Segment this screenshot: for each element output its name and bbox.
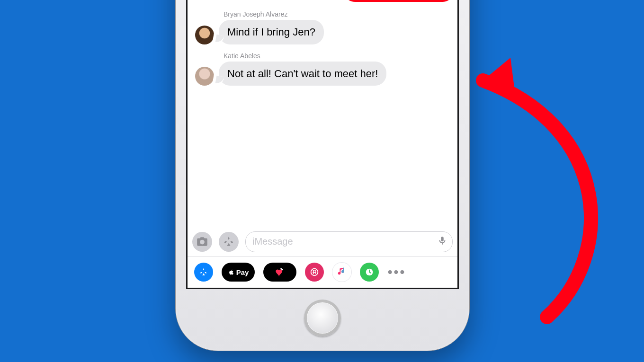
app-store-pill-icon[interactable] — [194, 263, 213, 282]
iphone-device-frame: Paul Cha I'm in! Sounds great. !! I'll b… — [175, 0, 470, 351]
imessage-app-drawer[interactable]: Pay ••• — [188, 256, 457, 288]
apple-pay-label: Pay — [236, 268, 249, 276]
digital-touch-pill-icon[interactable] — [263, 263, 296, 282]
message-input-placeholder: iMessage — [252, 236, 293, 247]
music-note-icon — [337, 266, 347, 278]
app-store-icon[interactable] — [219, 232, 239, 252]
svg-marker-3 — [483, 58, 516, 102]
avatar[interactable] — [195, 67, 214, 86]
messages-screen: Paul Cha I'm in! Sounds great. !! I'll b… — [186, 0, 459, 289]
message-bubble-incoming[interactable]: Not at all! Can't wait to meet her! — [219, 62, 386, 86]
more-apps-button[interactable]: ••• — [387, 263, 406, 282]
message-row: Mind if I bring Jen? — [195, 20, 450, 44]
compose-bar: iMessage — [188, 229, 457, 255]
sender-label: Bryan Joseph Alvarez — [224, 10, 450, 18]
sender-label: Katie Abeles — [224, 52, 450, 60]
message-row: Not at all! Can't wait to meet her! — [195, 62, 450, 86]
apple-pay-pill-icon[interactable]: Pay — [222, 263, 255, 282]
message-bubble-incoming[interactable]: Mind if I bring Jen? — [219, 20, 324, 44]
recents-clock-pill-icon[interactable] — [360, 263, 379, 282]
message-thread[interactable]: Paul Cha I'm in! Sounds great. !! I'll b… — [188, 0, 457, 226]
hashtag-images-pill-icon[interactable] — [305, 263, 324, 282]
svg-point-1 — [311, 269, 318, 276]
stage: Paul Cha I'm in! Sounds great. !! I'll b… — [0, 0, 644, 362]
annotation-highlight-ring — [343, 0, 455, 2]
camera-icon[interactable] — [192, 232, 212, 252]
message-input[interactable]: iMessage — [245, 231, 453, 252]
dictation-mic-icon[interactable] — [437, 235, 447, 248]
avatar[interactable] — [195, 26, 214, 44]
ellipsis-icon: ••• — [388, 265, 406, 280]
apple-music-pill-icon[interactable] — [332, 263, 351, 282]
home-button[interactable] — [304, 300, 341, 336]
